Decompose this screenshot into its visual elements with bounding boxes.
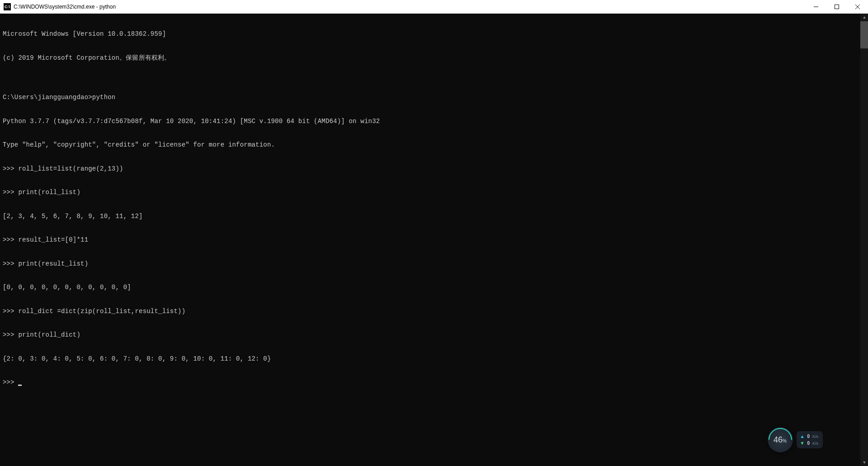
terminal-line: >>> roll_list=list(range(2,13)) [3,165,865,173]
scrollbar-thumb[interactable] [860,21,868,48]
maximize-button[interactable] [826,0,847,14]
upload-row: ▲ 0K/s [800,434,818,439]
terminal-line: [0, 0, 0, 0, 0, 0, 0, 0, 0, 0, 0] [3,284,865,292]
terminal-prompt: >>> [3,379,18,386]
terminal-line: [2, 3, 4, 5, 6, 7, 8, 9, 10, 11, 12] [3,213,865,221]
download-icon: ▼ [800,441,805,446]
terminal-line: >>> result_list=[0]*11 [3,236,865,244]
upload-value: 0 [807,434,810,439]
minimize-button[interactable] [806,0,826,14]
close-button[interactable] [847,0,868,14]
download-unit: K/s [812,441,818,446]
terminal-line: {2: 0, 3: 0, 4: 0, 5: 0, 6: 0, 7: 0, 8: … [3,355,865,363]
terminal-line: >>> print(roll_dict) [3,331,865,339]
system-monitor-widget[interactable]: 46% ▲ 0K/s ▼ 0K/s [768,427,823,452]
terminal-line: (c) 2019 Microsoft Corporation。保留所有权利。 [3,54,865,62]
terminal-prompt-line: >>> [3,379,865,387]
upload-unit: K/s [812,434,818,439]
download-row: ▼ 0K/s [800,441,818,446]
scrollbar[interactable] [860,14,868,466]
window-controls [806,0,868,14]
upload-icon: ▲ [800,434,805,439]
terminal-output[interactable]: Microsoft Windows [Version 10.0.18362.95… [0,14,868,466]
cursor [18,385,22,386]
window-title: C:\WINDOWS\system32\cmd.exe - python [14,4,116,10]
scrollbar-up-icon[interactable] [860,14,868,21]
terminal-line: >>> roll_dict =dict(zip(roll_list,result… [3,308,865,316]
terminal-line: Type "help", "copyright", "credits" or "… [3,141,865,149]
cpu-gauge[interactable]: 46% [768,427,793,452]
terminal-line: C:\Users\jiangguangdao>python [3,94,865,102]
terminal-line: >>> print(roll_list) [3,189,865,197]
cpu-percent: 46% [774,435,787,445]
network-stats[interactable]: ▲ 0K/s ▼ 0K/s [797,431,823,448]
terminal-line: Python 3.7.7 (tags/v3.7.7:d7c567b08f, Ma… [3,118,865,126]
titlebar[interactable]: C:\ C:\WINDOWS\system32\cmd.exe - python [0,0,868,14]
terminal-line: Microsoft Windows [Version 10.0.18362.95… [3,30,865,38]
svg-rect-1 [835,5,839,9]
terminal-line: >>> print(result_list) [3,260,865,268]
cmd-icon: C:\ [4,3,11,10]
download-value: 0 [807,441,810,446]
scrollbar-down-icon[interactable] [860,458,868,466]
